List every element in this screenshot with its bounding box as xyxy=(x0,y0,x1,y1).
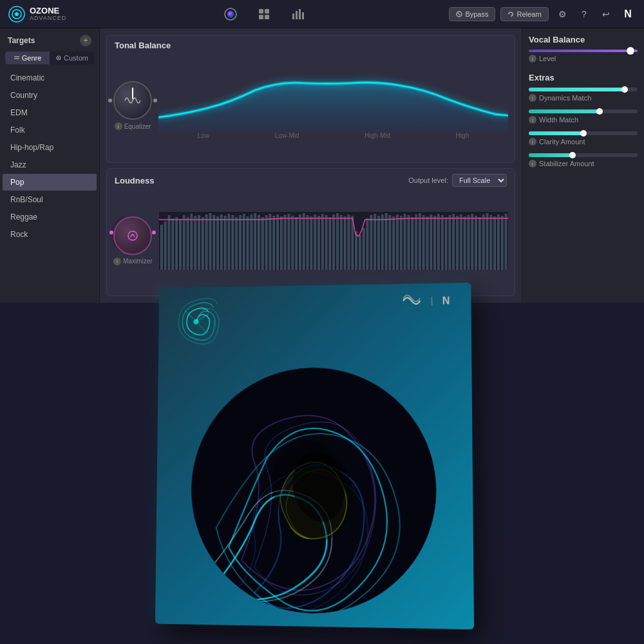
dynamics-info-icon[interactable]: i xyxy=(529,94,536,102)
maximizer-label: i Maximizer xyxy=(113,258,153,265)
genre-pop[interactable]: Pop xyxy=(3,174,97,191)
genre-rock[interactable]: Rock xyxy=(3,226,97,243)
dynamics-match-row: i Dynamics Match xyxy=(529,88,638,102)
loudness-title: Loudness xyxy=(115,176,154,185)
svg-rect-80 xyxy=(370,215,372,270)
svg-rect-92 xyxy=(415,214,417,270)
width-match-slider[interactable] xyxy=(529,109,638,113)
eq-knob-label: i Equalizer xyxy=(115,122,151,130)
svg-rect-72 xyxy=(339,215,342,270)
album-card: | N xyxy=(155,283,474,629)
svg-rect-42 xyxy=(227,214,230,270)
loudness-content: i Maximizer xyxy=(107,192,515,296)
tab-custom[interactable]: Custom xyxy=(50,52,94,64)
nav-icon-levels[interactable] xyxy=(287,4,308,24)
eq-info-icon[interactable]: i xyxy=(115,122,122,130)
bypass-button[interactable]: Bypass xyxy=(449,7,495,21)
svg-rect-54 xyxy=(272,216,275,270)
nav-icon-grid[interactable] xyxy=(254,4,274,24)
tonal-chart xyxy=(158,72,508,135)
svg-rect-35 xyxy=(201,217,204,270)
maximizer-info-icon[interactable]: i xyxy=(113,258,121,265)
svg-rect-108 xyxy=(475,216,477,270)
maximizer-knob[interactable] xyxy=(113,216,152,255)
svg-rect-105 xyxy=(463,216,466,270)
svg-rect-12 xyxy=(302,12,304,19)
genre-country[interactable]: Country xyxy=(3,87,97,104)
genre-edm[interactable]: EDM xyxy=(3,104,97,121)
svg-rect-8 xyxy=(265,15,269,19)
top-bar: OZONE ADVANCED xyxy=(0,0,644,28)
svg-rect-97 xyxy=(433,216,436,270)
eq-symbol xyxy=(124,95,141,106)
width-info-icon[interactable]: i xyxy=(529,116,536,124)
genre-hiphop[interactable]: Hip-hop/Rap xyxy=(3,139,97,156)
sidebar: Targets + Genre Custom Cinematic Country… xyxy=(0,28,100,303)
svg-rect-90 xyxy=(407,215,410,270)
svg-rect-39 xyxy=(216,216,219,270)
svg-rect-60 xyxy=(295,217,298,270)
svg-rect-57 xyxy=(283,215,286,270)
genre-reggae[interactable]: Reggae xyxy=(3,209,97,225)
svg-point-22 xyxy=(128,231,137,240)
maximizer-knob-area: i Maximizer xyxy=(113,216,153,265)
svg-rect-113 xyxy=(493,216,496,270)
settings-icon[interactable]: ⚙ xyxy=(554,6,571,23)
ozone-logo-icon xyxy=(8,5,26,23)
svg-rect-52 xyxy=(265,215,267,270)
clarity-amount-thumb[interactable] xyxy=(580,130,587,137)
svg-rect-111 xyxy=(486,213,488,270)
tab-genre[interactable]: Genre xyxy=(5,52,50,64)
dynamics-match-slider[interactable] xyxy=(529,88,638,91)
svg-rect-74 xyxy=(347,214,350,270)
svg-rect-62 xyxy=(302,213,305,270)
dynamics-match-thumb[interactable] xyxy=(621,86,628,93)
album-circle-art xyxy=(190,366,437,615)
svg-rect-115 xyxy=(500,216,503,270)
tonal-balance-panel: Tonal Balance xyxy=(106,35,515,163)
vocal-slider-thumb[interactable] xyxy=(627,47,634,55)
nav-icon-orb[interactable] xyxy=(220,4,241,24)
svg-line-14 xyxy=(458,13,460,15)
targets-label: Targets xyxy=(8,36,35,45)
svg-rect-73 xyxy=(343,216,346,270)
svg-rect-70 xyxy=(332,214,335,270)
eq-knob[interactable] xyxy=(113,81,152,120)
genre-cinematic[interactable]: Cinematic xyxy=(3,70,97,86)
svg-rect-56 xyxy=(279,216,282,270)
vocal-slider-row xyxy=(529,50,638,52)
svg-rect-116 xyxy=(504,214,507,270)
vocal-level-slider[interactable] xyxy=(529,50,638,52)
svg-rect-46 xyxy=(242,214,245,270)
stabilizer-amount-slider[interactable] xyxy=(529,153,638,157)
loudness-chart xyxy=(159,212,508,270)
loudness-panel: Loudness Output level: Full Scale True P… xyxy=(106,168,515,296)
svg-point-19 xyxy=(58,57,60,59)
svg-rect-26 xyxy=(167,215,170,270)
svg-rect-37 xyxy=(209,213,211,270)
stabilizer-info-icon[interactable]: i xyxy=(529,160,536,167)
maximizer-symbol xyxy=(126,229,140,243)
help-icon[interactable]: ? xyxy=(576,6,592,23)
vocal-info-icon[interactable]: i xyxy=(529,55,536,62)
svg-rect-59 xyxy=(291,216,294,270)
right-panel: Vocal Balance i Level Extras xyxy=(522,28,644,303)
svg-rect-81 xyxy=(374,214,376,270)
genre-folk[interactable]: Folk xyxy=(3,122,97,138)
genre-jazz[interactable]: Jazz xyxy=(3,156,97,173)
svg-rect-114 xyxy=(497,214,500,270)
album-swirl-logo xyxy=(171,296,221,347)
tab-row: Genre Custom xyxy=(5,52,94,64)
stabilizer-amount-thumb[interactable] xyxy=(569,152,576,158)
width-match-thumb[interactable] xyxy=(596,108,603,115)
genre-rnb[interactable]: RnB/Soul xyxy=(3,191,97,208)
output-level-select[interactable]: Full Scale True Peak xyxy=(452,174,507,187)
clarity-amount-slider[interactable] xyxy=(529,131,638,135)
undo-icon[interactable]: ↩ xyxy=(598,6,614,23)
output-level: Output level: Full Scale True Peak xyxy=(408,174,507,187)
clarity-info-icon[interactable]: i xyxy=(529,138,536,146)
svg-rect-25 xyxy=(164,222,166,270)
relearn-button[interactable]: Relearn xyxy=(500,7,549,21)
add-target-button[interactable]: + xyxy=(80,35,91,46)
app-window: OZONE ADVANCED xyxy=(0,0,644,303)
